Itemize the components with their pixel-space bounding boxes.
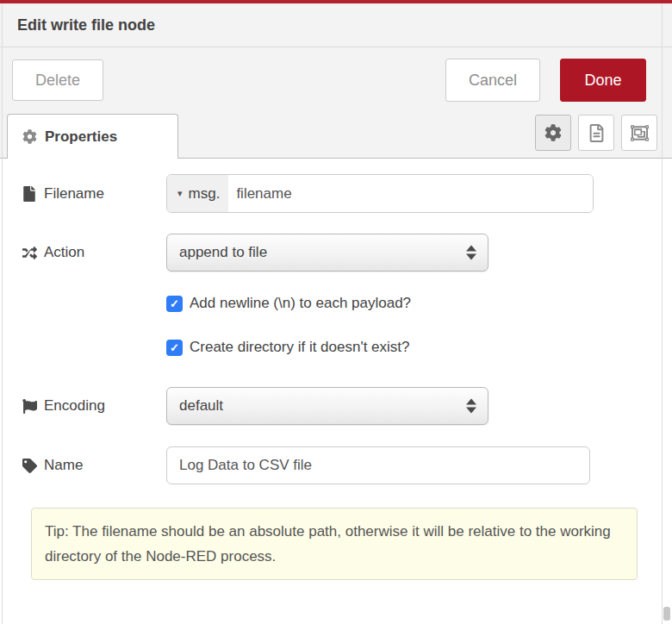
dialog-button-bar: Delete Cancel Done: [0, 47, 672, 112]
tab-bar: Properties: [0, 112, 672, 159]
done-button[interactable]: Done: [560, 59, 646, 102]
create-dir-checkbox[interactable]: ✓: [166, 340, 183, 356]
gear-icon: [544, 124, 562, 141]
name-row: Name: [21, 446, 672, 484]
create-dir-checkbox-label[interactable]: Create directory if it doesn't exist?: [190, 339, 410, 356]
select-arrows-icon: [466, 246, 476, 260]
action-label: Action: [21, 244, 166, 261]
name-input[interactable]: [166, 446, 590, 484]
document-icon: [589, 124, 604, 142]
form-tip-text: Tip: The filename should be an absolute …: [45, 523, 611, 565]
newline-checkbox-label[interactable]: Add newline (\n) to each payload?: [190, 295, 411, 312]
file-icon: [21, 186, 38, 202]
encoding-row: Encoding default: [21, 387, 672, 425]
form-tip: Tip: The filename should be an absolute …: [31, 508, 638, 580]
create-dir-checkbox-row: ✓ Create directory if it doesn't exist?: [166, 339, 672, 356]
edit-node-dialog: Edit write file node Delete Cancel Done …: [0, 0, 672, 624]
gear-icon: [22, 129, 37, 144]
select-arrows-icon: [466, 399, 476, 414]
filename-label-text: Filename: [44, 185, 104, 203]
check-icon: ✓: [170, 342, 179, 353]
dialog-header: Edit write file node: [0, 3, 672, 47]
encoding-select[interactable]: default: [166, 387, 488, 425]
node-appearance-button[interactable]: [621, 115, 657, 151]
tab-properties[interactable]: Properties: [7, 114, 178, 159]
check-icon: ✓: [170, 298, 179, 309]
filename-type-label: msg.: [189, 185, 221, 203]
action-row: Action append to file: [21, 234, 672, 271]
newline-checkbox[interactable]: ✓: [166, 296, 183, 312]
scrollbar-thumb[interactable]: [663, 607, 670, 621]
tab-properties-label: Properties: [45, 128, 117, 146]
tag-icon: [21, 459, 38, 473]
node-description-button[interactable]: [578, 115, 614, 151]
shuffle-icon: [21, 246, 38, 260]
filename-label: Filename: [21, 185, 166, 203]
node-properties-button[interactable]: [535, 115, 571, 151]
flag-icon: [21, 399, 38, 414]
filename-input[interactable]: [228, 175, 593, 212]
encoding-label-text: Encoding: [44, 397, 105, 415]
caret-down-icon: ▾: [177, 188, 183, 199]
encoding-select-value: default: [179, 397, 223, 415]
filename-row: Filename ▾ msg.: [21, 174, 672, 213]
scrollbar-track[interactable]: [662, 3, 663, 624]
panel-left-border: [2, 3, 3, 624]
object-group-icon: [631, 124, 649, 142]
filename-typed-input: ▾ msg.: [166, 174, 594, 213]
action-select[interactable]: append to file: [166, 234, 488, 271]
properties-form: Filename ▾ msg. Action append to file: [0, 159, 672, 580]
delete-button[interactable]: Delete: [12, 59, 103, 101]
action-label-text: Action: [44, 244, 84, 261]
name-label-text: Name: [44, 457, 83, 474]
dialog-title: Edit write file node: [17, 16, 155, 34]
encoding-label: Encoding: [21, 397, 166, 415]
cancel-button[interactable]: Cancel: [445, 59, 540, 102]
newline-checkbox-row: ✓ Add newline (\n) to each payload?: [166, 295, 672, 312]
action-select-value: append to file: [179, 244, 267, 261]
filename-type-dropdown[interactable]: ▾ msg.: [167, 175, 228, 212]
name-label: Name: [21, 457, 166, 474]
